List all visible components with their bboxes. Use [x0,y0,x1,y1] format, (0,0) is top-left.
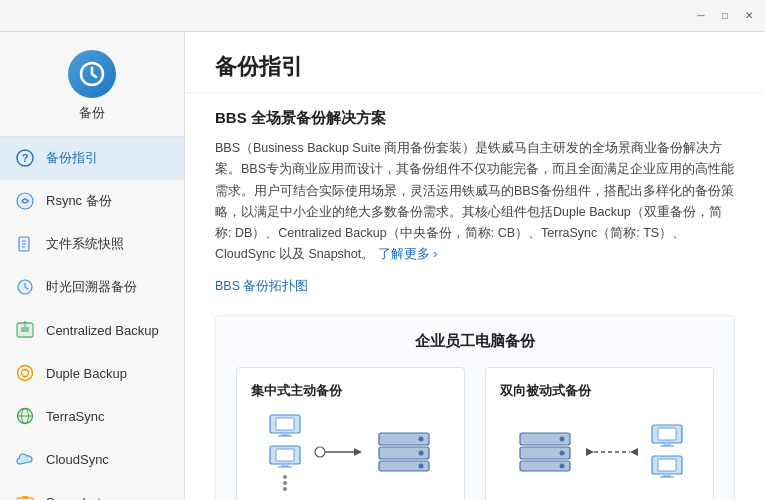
question-icon: ? [14,147,36,169]
sidebar-item-rsync-backup[interactable]: Rsync 备份 [0,180,184,223]
forward-arrow [310,444,367,460]
server-icon-2 [516,429,574,475]
svg-rect-32 [276,449,294,461]
svg-point-47 [559,450,564,455]
svg-point-13 [18,366,33,381]
sidebar-item-label-centralized: Centralized Backup [46,323,159,338]
snapshot-icon [14,491,36,500]
sidebar-item-snapshot[interactable]: Snapshot [0,481,184,500]
sidebar-item-file-snapshot[interactable]: 文件系统快照 [0,223,184,266]
bidirectional-diagram [500,412,699,492]
sidebar-app-title: 备份 [79,104,105,122]
svg-point-45 [559,436,564,441]
bidirectional-mode-card: 双向被动式备份 [485,367,714,501]
cloud-icon [14,448,36,470]
svg-point-3 [17,193,33,209]
centralized-mode-card: 集中式主动备份 [236,367,465,501]
svg-rect-20 [22,496,28,499]
dots-indicator [283,475,287,491]
svg-point-39 [419,436,424,441]
computer-icon-1 [268,413,302,439]
sidebar-item-duple-backup[interactable]: Duple Backup [0,352,184,395]
clock-icon [14,276,36,298]
close-button[interactable]: ✕ [741,8,757,24]
content-body: BBS 全场景备份解决方案 BBS（Business Backup Suite … [185,93,765,500]
svg-rect-28 [276,418,294,430]
app-icon [68,50,116,98]
content-header: 备份指引 [185,32,765,93]
sidebar-item-terrasync[interactable]: TerraSync [0,395,184,438]
centralized-mode-title: 集中式主动备份 [251,382,450,400]
computer-icon-2 [268,444,302,470]
sidebar-item-cloudsync[interactable]: CloudSync [0,438,184,481]
sidebar-item-label-terrasync: TerraSync [46,409,105,424]
centralized-icon [14,319,36,341]
svg-point-35 [315,447,325,457]
sidebar-item-label-time-rewind: 时光回溯器备份 [46,278,137,296]
main-layout: 备份 ? 备份指引 Rsync 备份 [0,32,765,500]
sidebar-item-centralized-backup[interactable]: Centralized Backup [0,309,184,352]
rsync-icon [14,190,36,212]
sidebar-item-label-snapshot: Snapshot [46,495,101,501]
svg-point-41 [419,450,424,455]
sidebar-header: 备份 [0,32,184,137]
svg-point-49 [559,463,564,468]
content-area: 备份指引 BBS 全场景备份解决方案 BBS（Business Backup S… [185,32,765,500]
duple-icon [14,362,36,384]
page-title: 备份指引 [215,52,735,82]
enterprise-section-title: 企业员工电脑备份 [236,332,714,351]
sidebar-item-label-cloudsync: CloudSync [46,452,109,467]
svg-rect-58 [658,459,676,471]
svg-point-12 [24,321,27,324]
intro-section-title: BBS 全场景备份解决方案 [215,109,735,128]
svg-point-43 [419,463,424,468]
file-icon [14,233,36,255]
svg-rect-10 [21,327,29,332]
sidebar-item-label-duple: Duple Backup [46,366,127,381]
bidirectional-mode-title: 双向被动式备份 [500,382,699,400]
computer-icon-3 [650,423,684,449]
backup-modes: 集中式主动备份 [236,367,714,501]
svg-text:?: ? [22,152,29,164]
minimize-button[interactable]: ─ [693,8,709,24]
maximize-button[interactable]: □ [717,8,733,24]
topology-link[interactable]: BBS 备份拓扑图 [215,278,309,295]
computer-icon-4 [650,454,684,480]
sidebar-item-backup-guide[interactable]: ? 备份指引 [0,137,184,180]
learn-more-link[interactable]: 了解更多 › [378,247,438,261]
svg-rect-54 [658,428,676,440]
svg-marker-52 [630,448,638,456]
titlebar: ─ □ ✕ [0,0,765,32]
svg-marker-37 [354,448,362,456]
sidebar-item-label-rsync: Rsync 备份 [46,192,112,210]
centralized-diagram [251,412,450,492]
sidebar: 备份 ? 备份指引 Rsync 备份 [0,32,185,500]
enterprise-section: 企业员工电脑备份 集中式主动备份 [215,315,735,501]
intro-text: BBS（Business Backup Suite 商用备份套装）是铁威马自主研… [215,138,735,266]
sidebar-item-time-rewind[interactable]: 时光回溯器备份 [0,266,184,309]
sidebar-item-label-file-snapshot: 文件系统快照 [46,235,124,253]
server-icon [375,429,433,475]
terra-icon [14,405,36,427]
sidebar-item-label-backup-guide: 备份指引 [46,149,98,167]
svg-marker-50 [586,448,594,456]
bidirectional-arrow [582,442,642,462]
